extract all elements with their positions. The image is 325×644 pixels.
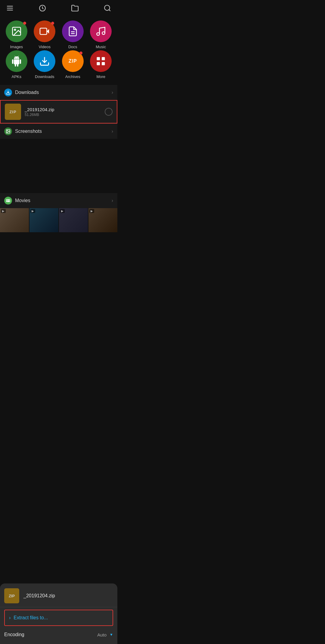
screenshots-section-title: Screenshots — [15, 129, 112, 134]
category-downloads-label: Downloads — [35, 74, 54, 79]
svg-point-4 — [104, 5, 110, 10]
category-apks-label: APKs — [11, 74, 21, 79]
movie-thumb-3[interactable]: ▶ — [59, 208, 88, 232]
svg-point-21 — [7, 130, 8, 131]
category-docs[interactable]: Docs — [59, 20, 86, 49]
downloads-section-icon — [4, 89, 12, 96]
screenshots-section-header[interactable]: Screenshots › — [0, 124, 117, 139]
category-music[interactable]: Music — [88, 20, 115, 49]
movie-thumb-2[interactable]: ▶ — [29, 208, 58, 232]
search-icon[interactable] — [104, 4, 111, 13]
movies-section: Movies › ▶ ▶ ▶ ▶ — [0, 193, 117, 232]
category-more-label: More — [96, 74, 105, 79]
movies-chevron-icon: › — [112, 198, 113, 203]
category-grid: Images Videos Docs — [0, 17, 117, 85]
svg-point-7 — [14, 29, 16, 31]
category-videos-label: Videos — [39, 45, 51, 49]
menu-icon[interactable] — [6, 4, 14, 13]
movies-section-title: Movies — [15, 198, 112, 203]
file-info: _20191204.zip 51.26MB — [25, 107, 105, 117]
svg-line-5 — [109, 10, 110, 11]
downloads-chevron-icon: › — [112, 90, 113, 95]
category-docs-label: Docs — [68, 45, 77, 49]
history-icon[interactable] — [39, 4, 46, 13]
file-thumbnail: ZIP — [5, 104, 21, 120]
screenshots-chevron-icon: › — [112, 129, 113, 134]
svg-rect-16 — [102, 57, 105, 61]
screenshots-section-icon — [4, 127, 12, 135]
downloads-section-title: Downloads — [15, 90, 112, 95]
movies-thumbnails: ▶ ▶ ▶ ▶ — [0, 208, 117, 232]
play-badge-4: ▶ — [89, 209, 94, 213]
svg-rect-8 — [40, 28, 47, 35]
movie-thumb-4[interactable]: ▶ — [88, 208, 117, 232]
category-archives[interactable]: ZIP Archives — [59, 50, 86, 79]
file-select-circle[interactable] — [105, 108, 113, 116]
file-name: _20191204.zip — [25, 107, 105, 112]
play-badge-2: ▶ — [30, 209, 35, 213]
svg-point-12 — [97, 33, 100, 36]
downloads-section-header[interactable]: Downloads › — [0, 85, 117, 100]
file-row-zip[interactable]: ZIP _20191204.zip 51.26MB — [0, 100, 117, 123]
file-size: 51.26MB — [25, 113, 105, 117]
movies-section-header[interactable]: Movies › — [0, 193, 117, 208]
svg-rect-17 — [97, 62, 100, 65]
svg-rect-15 — [97, 57, 100, 61]
content-spacer — [0, 139, 117, 193]
category-archives-label: Archives — [65, 74, 80, 79]
category-apks[interactable]: APKs — [3, 50, 30, 79]
category-videos[interactable]: Videos — [31, 20, 58, 49]
zip-type-label: ZIP — [9, 110, 16, 114]
movie-thumb-1[interactable]: ▶ — [0, 208, 29, 232]
play-badge-1: ▶ — [1, 209, 6, 213]
category-music-label: Music — [96, 45, 106, 49]
movies-section-icon — [4, 197, 12, 205]
svg-point-13 — [102, 32, 105, 35]
category-images-label: Images — [10, 45, 23, 49]
category-more[interactable]: More — [88, 50, 115, 79]
folder-icon[interactable] — [71, 4, 79, 13]
play-badge-3: ▶ — [60, 209, 65, 213]
svg-rect-22 — [6, 199, 10, 202]
category-images[interactable]: Images — [3, 20, 30, 49]
top-bar — [0, 0, 117, 17]
svg-rect-18 — [102, 62, 105, 65]
category-downloads[interactable]: Downloads — [31, 50, 58, 79]
